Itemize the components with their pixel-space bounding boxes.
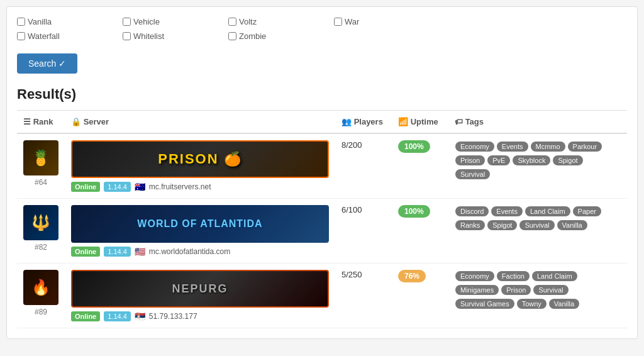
checkbox-vehicle[interactable] — [123, 18, 131, 26]
filter-vehicle[interactable]: Vehicle — [123, 17, 223, 26]
filter-row-1: Vanilla Vehicle Voltz War — [17, 17, 627, 26]
tag-item[interactable]: Skyblock — [513, 155, 550, 165]
tag-item[interactable]: Discord — [455, 206, 489, 216]
status-badge: Online — [71, 311, 100, 321]
table-row: 🔥#89NEPURGOnline1.14.4🇷🇸51.79.133.1775/2… — [17, 264, 627, 328]
server-cell: WORLD OF ATLANTIDAOnline1.14.4🇺🇸mc.world… — [65, 199, 335, 264]
filter-vehicle-label: Vehicle — [133, 17, 160, 26]
tag-item[interactable]: Survival — [533, 285, 568, 295]
uptime-badge: 100% — [398, 205, 430, 218]
search-button[interactable]: Search ✓ — [17, 53, 77, 74]
tag-item[interactable]: Survival — [455, 169, 490, 179]
checkbox-zombie[interactable] — [228, 32, 236, 40]
server-avatar: 🍍 — [23, 140, 58, 175]
server-address[interactable]: mc.fruitservers.net — [149, 182, 211, 191]
filter-voltz[interactable]: Voltz — [228, 17, 329, 26]
tag-item[interactable]: Prison — [501, 285, 531, 295]
checkbox-war[interactable] — [334, 18, 342, 26]
tag-item[interactable]: Vanilla — [557, 220, 587, 230]
tag-item[interactable]: Parkour — [568, 142, 602, 152]
server-meta: Online1.14.4🇦🇺mc.fruitservers.net — [71, 182, 329, 192]
rank-cell: 🔥#89 — [17, 264, 65, 328]
tag-item[interactable]: Faction — [497, 271, 530, 281]
country-flag: 🇷🇸 — [135, 311, 145, 321]
filter-waterfall[interactable]: Waterfall — [17, 31, 118, 41]
checkbox-vanilla[interactable] — [17, 18, 25, 26]
tag-item[interactable]: Spigot — [553, 155, 582, 165]
col-players: 👥 Players — [335, 111, 392, 133]
filter-war[interactable]: War — [334, 17, 435, 26]
tag-item[interactable]: Events — [497, 142, 528, 152]
col-rank: ☰ Rank — [17, 111, 65, 133]
tags-cell: DiscordEventsLand ClaimPaperRanksSpigotS… — [448, 199, 627, 264]
table-row: 🍍#64PRISON 🍊Online1.14.4🇦🇺mc.fruitserver… — [17, 133, 627, 199]
tags-icon: 🏷 — [455, 117, 465, 126]
tags-cell: EconomyEventsMcmmoParkourPrisonPvESkyblo… — [448, 133, 627, 199]
players-cell: 8/200 — [335, 133, 392, 199]
filter-whitelist-label: Whitelist — [133, 31, 164, 41]
tag-item[interactable]: Minigames — [455, 285, 499, 295]
tag-item[interactable]: Mcmmo — [531, 142, 565, 152]
tag-item[interactable]: Prison — [455, 155, 485, 165]
filter-vanilla[interactable]: Vanilla — [17, 17, 118, 26]
tags-container: EconomyFactionLand ClaimMinigamesPrisonS… — [455, 270, 606, 310]
tag-item[interactable]: Vanilla — [549, 299, 579, 309]
uptime-cell: 100% — [392, 199, 448, 264]
rank-cell: 🔱#82 — [17, 199, 65, 264]
server-cell: NEPURGOnline1.14.4🇷🇸51.79.133.177 — [65, 264, 335, 328]
checkbox-waterfall[interactable] — [17, 32, 25, 40]
tag-item[interactable]: Land Claim — [532, 271, 577, 281]
rank-number: #82 — [23, 243, 58, 252]
version-badge: 1.14.4 — [104, 311, 131, 321]
filter-vanilla-label: Vanilla — [28, 17, 52, 26]
status-badge: Online — [71, 247, 100, 257]
status-badge: Online — [71, 182, 100, 192]
filter-row-2: Waterfall Whitelist Zombie — [17, 31, 627, 41]
server-meta: Online1.14.4🇺🇸mc.worldofatlantida.com — [71, 247, 329, 257]
tag-item[interactable]: Survival — [519, 220, 554, 230]
col-uptime: 📶 Uptime — [392, 111, 448, 133]
version-badge: 1.14.4 — [104, 247, 131, 257]
tag-item[interactable]: Economy — [455, 271, 494, 281]
tag-item[interactable]: Spigot — [487, 220, 517, 230]
filter-war-label: War — [345, 17, 359, 26]
server-banner[interactable]: NEPURG — [71, 270, 329, 308]
table-header-row: ☰ Rank 🔒 Server 👥 Players 📶 Uptime 🏷 Tag… — [17, 111, 627, 133]
filter-whitelist[interactable]: Whitelist — [123, 31, 223, 41]
tag-item[interactable]: Paper — [573, 206, 601, 216]
checkbox-whitelist[interactable] — [123, 32, 131, 40]
rank-number: #89 — [23, 308, 58, 316]
col-tags: 🏷 Tags — [448, 111, 627, 133]
filter-zombie[interactable]: Zombie — [228, 31, 329, 41]
players-cell: 6/100 — [335, 199, 392, 264]
country-flag: 🇺🇸 — [135, 247, 145, 257]
server-address[interactable]: mc.worldofatlantida.com — [149, 247, 230, 256]
tag-item[interactable]: Economy — [455, 142, 494, 152]
server-cell: PRISON 🍊Online1.14.4🇦🇺mc.fruitservers.ne… — [65, 133, 335, 199]
uptime-badge: 100% — [398, 140, 430, 153]
country-flag: 🇦🇺 — [135, 182, 145, 192]
server-avatar: 🔥 — [23, 270, 58, 305]
tag-item[interactable]: Events — [491, 206, 523, 216]
tags-container: DiscordEventsLand ClaimPaperRanksSpigotS… — [455, 205, 606, 231]
results-title: Result(s) — [17, 86, 627, 103]
rank-cell: 🍍#64 — [17, 133, 65, 199]
uptime-icon: 📶 — [398, 117, 411, 126]
rank-number: #64 — [23, 178, 58, 187]
server-meta: Online1.14.4🇷🇸51.79.133.177 — [71, 311, 329, 321]
table-row: 🔱#82WORLD OF ATLANTIDAOnline1.14.4🇺🇸mc.w… — [17, 199, 627, 264]
server-banner[interactable]: PRISON 🍊 — [71, 140, 329, 178]
col-server: 🔒 Server — [65, 111, 335, 133]
tag-item[interactable]: Land Claim — [525, 206, 570, 216]
tag-item[interactable]: Survival Games — [455, 299, 514, 309]
server-banner[interactable]: WORLD OF ATLANTIDA — [71, 205, 329, 243]
filter-waterfall-label: Waterfall — [28, 31, 60, 41]
checkbox-voltz[interactable] — [228, 18, 236, 26]
filter-voltz-label: Voltz — [239, 17, 257, 26]
server-address[interactable]: 51.79.133.177 — [149, 312, 197, 321]
tag-item[interactable]: Towny — [517, 299, 547, 309]
players-icon: 👥 — [341, 117, 354, 126]
tag-item[interactable]: PvE — [487, 155, 510, 165]
tag-item[interactable]: Ranks — [455, 220, 485, 230]
results-table: ☰ Rank 🔒 Server 👥 Players 📶 Uptime 🏷 Tag… — [17, 111, 627, 328]
